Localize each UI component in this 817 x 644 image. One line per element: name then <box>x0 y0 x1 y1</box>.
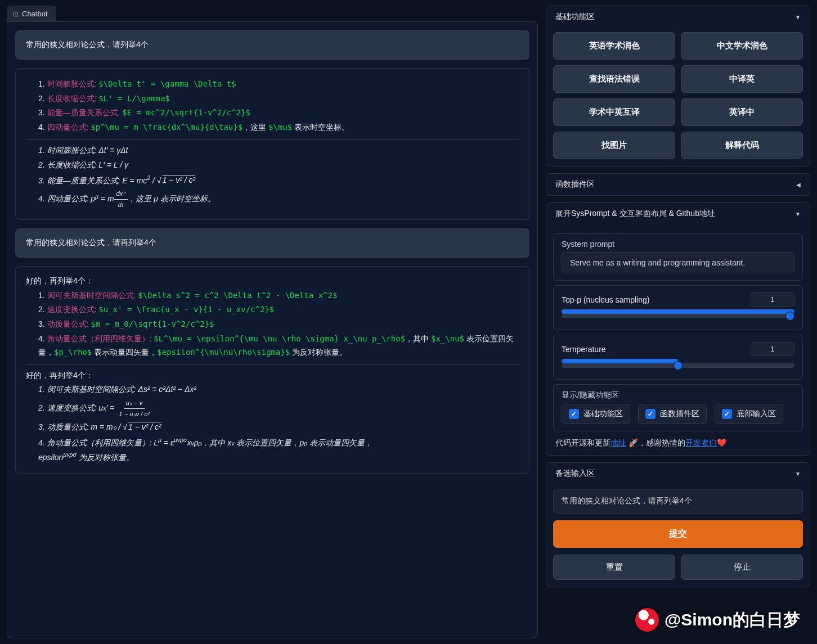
panel-header[interactable]: 展开SysPrompt & 交互界面布局 & Github地址 ▼ <box>546 203 810 224</box>
action-button-2[interactable]: 查找语法错误 <box>553 65 675 93</box>
chat-column: ⊡ Chatbot 常用的狭义相对论公式，请列举4个 时间膨胀公式: $\Del… <box>7 6 538 638</box>
alt-input-panel: 备选输入区 ▼ 常用的狭义相对论公式，请再列举4个 提交 重置 停止 <box>546 462 810 587</box>
tab-icon: ⊡ <box>13 10 19 18</box>
action-button-3[interactable]: 中译英 <box>681 65 803 93</box>
expand-panel: 展开SysPrompt & 交互界面布局 & Github地址 ▼ System… <box>546 202 810 456</box>
user-message: 常用的狭义相对论公式，请列举4个 <box>15 30 529 60</box>
action-button-0[interactable]: 英语学术润色 <box>553 32 675 60</box>
chevron-down-icon: ▼ <box>795 471 801 477</box>
plugin-panel: 函数插件区 ◀ <box>546 173 810 196</box>
temperature-card: Temperature <box>553 335 803 380</box>
temperature-slider[interactable] <box>562 361 794 371</box>
control-column: 基础功能区 ▼ 英语学术润色中文学术润色查找语法错误中译英学术中英互译英译中找图… <box>546 6 810 638</box>
repo-link[interactable]: 地址 <box>610 438 626 447</box>
stop-button[interactable]: 停止 <box>681 555 803 580</box>
tab-strip: ⊡ Chatbot <box>7 6 538 21</box>
chevron-left-icon: ◀ <box>796 182 801 188</box>
top-p-card: Top-p (nucleus sampling) <box>553 285 803 330</box>
chat-body[interactable]: 常用的狭义相对论公式，请列举4个 时间膨胀公式: $\Delta t' = \g… <box>7 21 538 638</box>
alt-text-input[interactable]: 常用的狭义相对论公式，请再列举4个 <box>553 489 803 514</box>
devs-link[interactable]: 开发者们 <box>685 438 717 447</box>
action-button-1[interactable]: 中文学术润色 <box>681 32 803 60</box>
bot-message: 好的，再列举4个： 闵可夫斯基时空间隔公式: $\Delta s^2 = c^2… <box>15 266 529 474</box>
top-p-slider[interactable] <box>562 311 794 321</box>
system-prompt-input[interactable]: Serve me as a writing and programming as… <box>562 252 794 273</box>
system-prompt-card: System prompt Serve me as a writing and … <box>553 233 803 281</box>
tab-chatbot[interactable]: ⊡ Chatbot <box>7 6 56 21</box>
visibility-card: 显示/隐藏功能区 ✓基础功能区 ✓函数插件区 ✓底部输入区 <box>553 384 803 431</box>
bot-message: 时间膨胀公式: $\Delta t' = \gamma \Delta t$ 长度… <box>15 68 529 220</box>
action-button-6[interactable]: 找图片 <box>553 132 675 159</box>
temperature-value[interactable] <box>751 342 794 356</box>
checkbox-plugin[interactable]: ✓函数插件区 <box>638 404 707 424</box>
action-button-5[interactable]: 英译中 <box>681 98 803 126</box>
chevron-down-icon: ▼ <box>795 14 801 20</box>
top-p-value[interactable] <box>751 292 794 307</box>
checkbox-basic[interactable]: ✓基础功能区 <box>562 404 630 424</box>
footer-note: 代码开源和更新地址 🚀，感谢热情的开发者们❤️ <box>553 436 803 448</box>
reset-button[interactable]: 重置 <box>553 555 675 580</box>
chevron-down-icon: ▼ <box>795 211 801 217</box>
tab-label: Chatbot <box>22 10 48 18</box>
basic-panel: 基础功能区 ▼ 英语学术润色中文学术润色查找语法错误中译英学术中英互译英译中找图… <box>546 6 810 166</box>
user-message: 常用的狭义相对论公式，请再列举4个 <box>15 228 529 258</box>
action-button-4[interactable]: 学术中英互译 <box>553 98 675 126</box>
panel-header[interactable]: 基础功能区 ▼ <box>546 6 810 28</box>
panel-header[interactable]: 函数插件区 ◀ <box>546 174 810 195</box>
checkbox-bottom[interactable]: ✓底部输入区 <box>715 404 783 424</box>
panel-header[interactable]: 备选输入区 ▼ <box>546 463 810 484</box>
action-button-7[interactable]: 解释代码 <box>681 132 803 159</box>
submit-button[interactable]: 提交 <box>553 520 803 548</box>
